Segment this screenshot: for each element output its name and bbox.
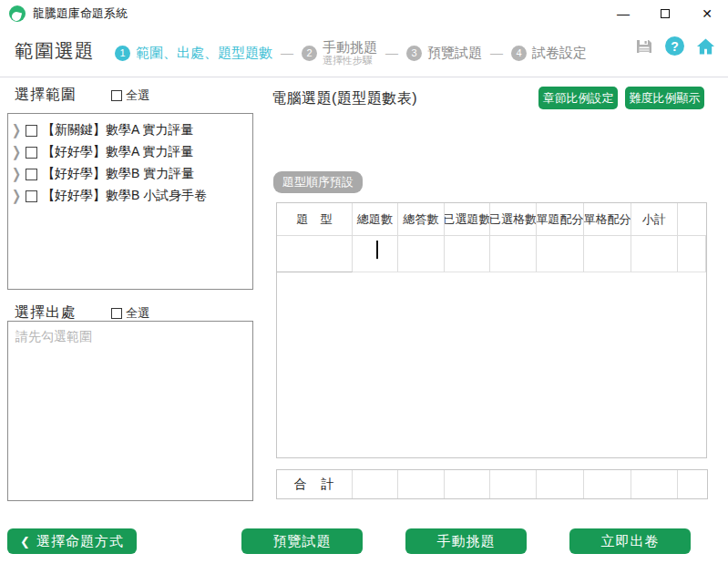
total-row: 合 計	[277, 470, 707, 498]
cell-selected-blanks[interactable]	[490, 236, 537, 272]
titlebar: 龍騰題庫命題系統 — ✕	[0, 0, 728, 27]
expand-chevron-icon[interactable]: ❯	[12, 188, 21, 204]
step-4-paper-settings[interactable]: 4 試卷設定	[511, 45, 587, 62]
step-separator: —	[279, 46, 295, 60]
total-cell	[490, 470, 537, 498]
wizard-header: 範圍選題 1 範圍、出處、題型題數 — 2 手動挑題 選擇性步驟 — 3 預覽試…	[0, 27, 728, 77]
step-4-number-icon: 4	[511, 46, 527, 61]
step-3-preview[interactable]: 3 預覽試題	[406, 45, 482, 62]
step-2-number-icon: 2	[302, 46, 317, 61]
range-item-checkbox[interactable]	[26, 169, 37, 180]
cell-question-type[interactable]	[277, 236, 353, 272]
cell-subtotal[interactable]	[631, 236, 678, 272]
col-header-subtotal: 小計	[631, 203, 678, 236]
header-icons: ?	[634, 36, 715, 56]
range-select-all[interactable]: 全選	[111, 87, 149, 104]
step-3-number-icon: 3	[406, 46, 422, 61]
step-1-label: 範圍、出處、題型題數	[136, 45, 272, 62]
text-cursor	[376, 241, 378, 260]
total-cell	[537, 470, 584, 498]
question-type-order-preset-button[interactable]: 題型順序預設	[273, 171, 363, 193]
col-header-selected-blanks: 已選格數	[490, 203, 537, 236]
close-icon[interactable]: ✕	[686, 0, 728, 27]
main-panel-title: 電腦選題(題型題數表)	[272, 89, 417, 108]
col-header-total-questions: 總題數	[353, 203, 398, 236]
col-header-points-per-question: 單題配分	[537, 203, 584, 236]
range-item-checkbox[interactable]	[26, 190, 37, 202]
total-label: 合 計	[277, 470, 353, 498]
total-row-table: 合 計	[276, 469, 708, 499]
range-item-label[interactable]: 【好好學】數學B 小試身手卷	[42, 188, 207, 204]
range-item-label[interactable]: 【好好學】數學A 實力評量	[42, 144, 193, 160]
range-item-label[interactable]: 【好好學】數學B 實力評量	[42, 166, 194, 182]
chapter-ratio-button[interactable]: 章節比例設定	[538, 87, 618, 109]
cell-points-per-question[interactable]	[537, 236, 584, 272]
total-cell	[584, 470, 631, 498]
step-4-label: 試卷設定	[532, 45, 587, 62]
range-select-all-label: 全選	[126, 87, 149, 104]
page-title: 範圍選題	[15, 38, 95, 64]
expand-chevron-icon[interactable]: ❯	[12, 144, 21, 160]
col-header-blank	[678, 203, 706, 236]
window-title: 龍騰題庫命題系統	[33, 0, 128, 27]
cell-selected-questions[interactable]	[445, 236, 490, 272]
table-data-row	[277, 236, 706, 272]
manual-pick-button[interactable]: 手動挑題	[405, 528, 527, 554]
table-header-row: 題 型 總題數 總答數 已選題數 已選格數 單題配分 單格配分 小計	[277, 203, 706, 236]
step-1-number-icon: 1	[115, 46, 130, 61]
wizard-steps: 1 範圍、出處、題型題數 — 2 手動挑題 選擇性步驟 — 3 預覽試題 — 4…	[115, 35, 587, 71]
range-section-header: 選擇範圍 全選	[15, 86, 253, 105]
cell-total-questions[interactable]	[353, 236, 398, 272]
step-separator: —	[488, 46, 505, 60]
range-tree-item[interactable]: ❯ 【好好學】數學A 實力評量	[12, 141, 252, 163]
cell-blank[interactable]	[678, 236, 706, 272]
chevron-left-icon: ❮	[20, 535, 31, 549]
cell-total-answers[interactable]	[398, 236, 445, 272]
range-item-checkbox[interactable]	[26, 125, 37, 137]
minimize-icon[interactable]: —	[602, 0, 644, 27]
generate-paper-button[interactable]: 立即出卷	[569, 528, 691, 554]
total-cell	[398, 470, 445, 498]
source-select-all-checkbox[interactable]	[111, 308, 122, 319]
cell-points-per-blank[interactable]	[584, 236, 631, 272]
window-controls: — ✕	[602, 0, 728, 27]
col-header-question-type: 題 型	[277, 203, 353, 236]
total-cell	[631, 470, 678, 498]
save-icon[interactable]	[634, 36, 653, 56]
source-select-all[interactable]: 全選	[111, 305, 149, 322]
back-to-method-button[interactable]: ❮ 選擇命題方式	[7, 528, 137, 554]
total-cell	[678, 470, 707, 498]
source-list: 請先勾選範圍	[7, 321, 253, 501]
source-section-title: 選擇出處	[15, 303, 77, 323]
total-cell	[445, 470, 490, 498]
source-section-header: 選擇出處 全選	[15, 303, 253, 323]
difficulty-ratio-button[interactable]: 難度比例顯示	[625, 87, 704, 109]
preview-questions-button[interactable]: 預覽試題	[241, 528, 363, 554]
expand-chevron-icon[interactable]: ❯	[12, 122, 21, 138]
step-2-manual-pick[interactable]: 2 手動挑題 選擇性步驟	[302, 40, 377, 67]
step-2-label: 手動挑題	[323, 40, 377, 56]
source-placeholder: 請先勾選範圍	[15, 329, 245, 345]
expand-chevron-icon[interactable]: ❯	[12, 166, 21, 182]
range-tree-item[interactable]: ❯ 【新關鍵】數學A 實力評量	[12, 119, 252, 141]
step-3-label: 預覽試題	[427, 45, 482, 62]
range-tree-item[interactable]: ❯ 【好好學】數學B 實力評量	[12, 163, 252, 185]
back-button-label: 選擇命題方式	[36, 533, 124, 550]
range-item-label[interactable]: 【新關鍵】數學A 實力評量	[42, 122, 193, 138]
question-type-table: 題 型 總題數 總答數 已選題數 已選格數 單題配分 單格配分 小計	[276, 202, 707, 458]
range-select-all-checkbox[interactable]	[111, 90, 122, 101]
col-header-points-per-blank: 單格配分	[584, 203, 631, 236]
range-tree-item[interactable]: ❯ 【好好學】數學B 小試身手卷	[12, 185, 252, 207]
step-separator: —	[384, 46, 400, 60]
app-logo-icon	[9, 5, 26, 22]
source-select-all-label: 全選	[126, 305, 149, 322]
range-tree: ❯ 【新關鍵】數學A 實力評量 ❯ 【好好學】數學A 實力評量 ❯ 【好好學】數…	[7, 113, 253, 290]
col-header-total-answers: 總答數	[398, 203, 445, 236]
home-icon[interactable]	[696, 36, 715, 56]
range-item-checkbox[interactable]	[26, 147, 37, 159]
range-section-title: 選擇範圍	[15, 86, 77, 105]
maximize-icon[interactable]	[644, 0, 686, 27]
help-icon[interactable]: ?	[665, 36, 684, 56]
step-1-range[interactable]: 1 範圍、出處、題型題數	[115, 45, 272, 62]
total-cell	[353, 470, 398, 498]
